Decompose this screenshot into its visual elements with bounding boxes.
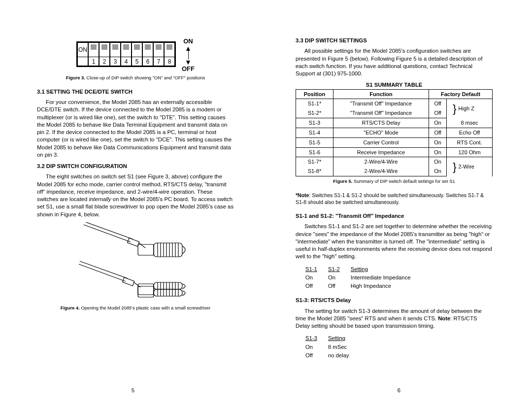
figure-4-drawing bbox=[64, 222, 207, 303]
figure-4-caption: Figure 4. Opening the Model 2085's plast… bbox=[37, 305, 234, 311]
svg-rect-20 bbox=[154, 282, 182, 289]
right-column: 3.3 DIP SWITCH SETTINGS All possible set… bbox=[266, 0, 532, 411]
th-function: Function bbox=[333, 89, 429, 99]
th-default: Factory Default bbox=[429, 89, 493, 99]
figure-5-caption: Figure 5. Summary of DIP switch default … bbox=[296, 178, 493, 185]
svg-rect-21 bbox=[154, 289, 182, 296]
svg-rect-18 bbox=[138, 284, 154, 295]
dip-switch-figure: ON 1 2 3 4 bbox=[37, 37, 234, 73]
paragraph-3-1: For your convenience, the Model 2085 has… bbox=[37, 99, 234, 159]
svg-rect-16 bbox=[123, 277, 134, 286]
svg-rect-19 bbox=[138, 286, 154, 297]
dip-num: 2 bbox=[99, 57, 110, 66]
on-off-arrow: ON ▲ ▼ OFF bbox=[182, 37, 195, 73]
heading-3-3: 3.3 DIP SWITCH SETTINGS bbox=[296, 37, 493, 44]
summary-table-title: S1 SUMMARY TABLE bbox=[296, 81, 493, 89]
dip-on-label: ON bbox=[77, 42, 88, 57]
svg-rect-4 bbox=[138, 244, 154, 255]
summary-table: Position Function Factory Default S1-1*"… bbox=[296, 89, 493, 177]
paragraph-3-2: The eight switches on switch set S1 (see… bbox=[37, 173, 234, 218]
paragraph-s1-3: The setting for switch S1-3 determines t… bbox=[296, 308, 493, 330]
svg-line-0 bbox=[84, 225, 131, 242]
arrow-up-icon: ▲ bbox=[185, 46, 192, 51]
svg-rect-5 bbox=[154, 243, 182, 257]
paragraph-s1-1-2: Switches S1-1 and S1-2 are set together … bbox=[296, 223, 493, 260]
dip-num: 8 bbox=[164, 57, 175, 66]
delay-table: S1-3 Setting On8 mSec Offno delay bbox=[304, 334, 360, 360]
brace-icon: } bbox=[453, 161, 456, 173]
th-position: Position bbox=[296, 89, 333, 99]
page-number-left: 5 bbox=[0, 387, 266, 394]
heading-3-2: 3.2 DIP SWITCH CONFIGURATION bbox=[37, 163, 234, 170]
dip-num: 5 bbox=[132, 57, 142, 66]
svg-line-1 bbox=[85, 222, 133, 239]
dip-num: 3 bbox=[110, 57, 121, 66]
figure-3-caption: Figure 3. Close-up of DIP switch showing… bbox=[37, 75, 234, 81]
heading-3-1: 3.1 SETTING THE DCE/DTE SWITCH bbox=[37, 88, 234, 96]
dip-num: 4 bbox=[121, 57, 132, 66]
left-column: ON 1 2 3 4 bbox=[0, 0, 266, 411]
dip-box: ON 1 2 3 4 bbox=[76, 41, 176, 68]
svg-line-3 bbox=[139, 243, 145, 248]
dip-num: 1 bbox=[88, 57, 99, 66]
page-number-right: 6 bbox=[266, 387, 532, 394]
dip-num: 6 bbox=[142, 57, 153, 66]
heading-s1-3: S1-3: RTS/CTS Delay bbox=[296, 297, 493, 304]
arrow-off-label: OFF bbox=[182, 65, 195, 73]
arrow-down-icon: ▼ bbox=[185, 60, 192, 65]
brace-icon: } bbox=[453, 103, 456, 115]
page: ON 1 2 3 4 bbox=[0, 0, 532, 411]
heading-s1-1-2: S1-1 and S1-2: "Transmit Off" Impedance bbox=[296, 212, 493, 220]
impedance-table: S1-1 S1-2 Setting OnOnIntermediate Imped… bbox=[304, 265, 422, 291]
switch-note: *Note: Switches S1-1 & S1-2 should be sw… bbox=[296, 192, 493, 206]
paragraph-3-3: All possible settings for the Model 2085… bbox=[296, 47, 493, 77]
svg-rect-2 bbox=[128, 238, 139, 246]
dip-num: 7 bbox=[153, 57, 164, 66]
svg-line-14 bbox=[79, 264, 126, 281]
svg-line-15 bbox=[80, 261, 128, 278]
